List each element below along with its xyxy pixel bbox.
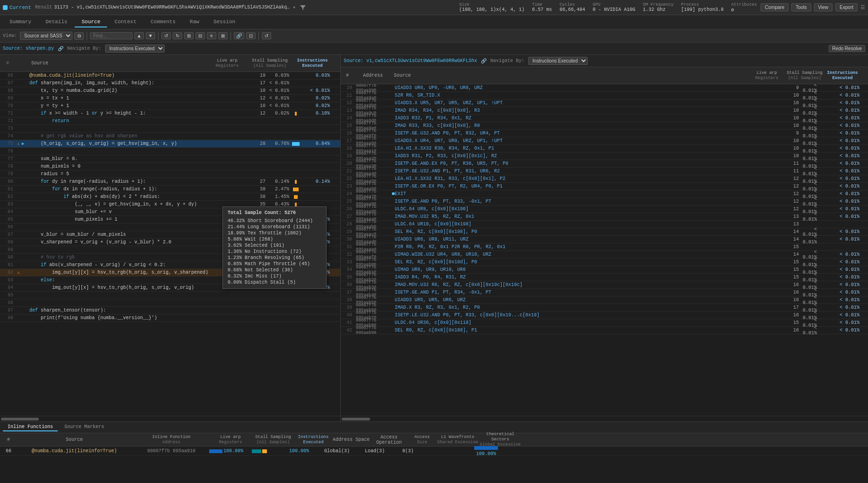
asm-line[interactable]: 1400007f7b 095aa9d0IADD3 R32, P1, R34, 0…	[341, 115, 868, 122]
right-nav-dropdown[interactable]: Instructions Executed	[528, 57, 588, 65]
asm-line[interactable]: 2700007f7b 095aaaa0IMAD.MOV.U32 R5, RZ, …	[341, 213, 868, 221]
code-line[interactable]: 72 return	[0, 117, 340, 125]
asm-line[interactable]: 1700007f7b 095aaa00UIADD3.X UR4, UR7, UR…	[341, 137, 868, 145]
asm-line[interactable]: 3700007f7b 095aab40ISETP.GE.AND P1, PT, …	[341, 289, 868, 296]
asm-line[interactable]: 1100007f7b 095aa9a0S2R R0, SR_TID.X10< 0…	[341, 92, 868, 99]
bottom-tab-inline[interactable]: Inline Functions	[3, 423, 58, 431]
code-text: v_blur = sum_blur / num_pixels	[27, 232, 244, 237]
asm-line[interactable]: 2000007f7b 095aaa30ISETP.GE.AND.EX P0, P…	[341, 160, 868, 168]
asm-line[interactable]: 2900007f7b 095aaac0SEL R4, RZ, c[0x0][0x…	[341, 228, 868, 236]
link-icon[interactable]: 🔗	[58, 46, 63, 52]
asm-line[interactable]: 1500007f7b 095aa9e0IMAD R33, R33, c[0x0]…	[341, 122, 868, 130]
toolbar-btn5[interactable]: ≡	[207, 32, 216, 39]
code-line[interactable]: 73	[0, 125, 340, 133]
code-line[interactable]: 67def sharpen(img_in, img_out, width, he…	[0, 80, 340, 87]
asm-line[interactable]: 3600007f7b 095aab30IMAD.MOV.U32 R6, RZ, …	[341, 281, 868, 289]
left-h-scroll[interactable]	[0, 416, 340, 421]
asm-line[interactable]: 2400007f7b 095aaa70EXIT12< 0.01%< 0.01%	[341, 190, 868, 198]
code-line[interactable]: 66@numba.cuda.jit(lineinfo=True)190.03%0…	[0, 72, 340, 80]
asm-line[interactable]: 2500007f7b 095aaa80ISETP.GE.AND P0, PT, …	[341, 198, 868, 206]
tools-button[interactable]: Tools	[791, 3, 811, 11]
compare-button[interactable]: Compare	[761, 3, 788, 11]
asm-line[interactable]: 2600007f7b 095aaa90ULDC.64 UR8, c[0x0][0…	[341, 206, 868, 213]
asm-line[interactable]: 3200007f7b 095aaaf0UIMAD.WIDE.U32 UR4, U…	[341, 251, 868, 259]
toolbar-refresh[interactable]: ↺	[262, 32, 271, 39]
bottom-tab-markers[interactable]: Source Markers	[60, 423, 109, 431]
asm-line[interactable]: 1900007f7b 095aaa20IADD3 R31, P2, R33, c…	[341, 152, 868, 160]
find-input[interactable]	[90, 32, 133, 39]
asm-instruction: UIADD3.X UR5, UR7, UR5, URZ, UP1, !UPT	[395, 100, 776, 106]
code-line[interactable]: 69 x = tx + 112< 0.01%0.02%	[0, 95, 340, 102]
find-next-button[interactable]: ▼	[146, 32, 155, 39]
toolbar-btn1[interactable]: ↺	[161, 32, 171, 39]
toolbar-btn2[interactable]: ↻	[173, 32, 182, 39]
code-line[interactable]: 96	[0, 299, 340, 307]
asm-line[interactable]: 1800007f7b 095aaa10LEA.HI.X.SX32 R30, R3…	[341, 145, 868, 152]
code-line[interactable]: 79 radius = 5	[0, 170, 340, 178]
toolbar-snap[interactable]: ⊡	[246, 32, 256, 39]
nav-dropdown[interactable]: Instructions Executed	[105, 45, 165, 53]
view-dropdown[interactable]: Source and SASS	[20, 32, 72, 40]
asm-line[interactable]: 3900007f7b 095aab60IMAD.X R3, RZ, R3, 0x…	[341, 304, 868, 312]
asm-line[interactable]: 3400007f7b 095aab10UIMAD UR6, UR9, UR10,…	[341, 266, 868, 274]
toolbar-link[interactable]: 🔗	[234, 32, 244, 39]
find-prev-button[interactable]: ▲	[134, 32, 144, 39]
code-line[interactable]: 74 # get rgb value as hsv and sharpen	[0, 133, 340, 140]
code-line[interactable]: 97def sharpen_tensor(tensor):	[0, 307, 340, 314]
code-line[interactable]: 81 for dx in range(-radius, radius + 1):…	[0, 186, 340, 193]
asm-inst-header: Instructions Executed	[824, 71, 861, 81]
asm-line[interactable]: 4200007f7b 095aab90SEL R9, RZ, c[0x0][0x…	[341, 327, 868, 334]
line-number: 76	[0, 149, 15, 154]
toolbar-btn4[interactable]: ⊟	[195, 32, 205, 39]
asm-line[interactable]: 2100007f7b 095aaa40ISETP.GE.U32.AND P1, …	[341, 168, 868, 175]
left-h-scroll-thumb[interactable]	[1, 418, 39, 420]
tab-context[interactable]: Context	[108, 17, 143, 27]
asm-line[interactable]: 1200007f7b 095aa9b0UIADD3.X UR5, UR7, UR…	[341, 99, 868, 107]
asm-line[interactable]: 3800007f7b 095aab50UIADD3 UR5, UR5, UR6,…	[341, 296, 868, 304]
code-line[interactable]: 78 num_pixels = 0	[0, 163, 340, 170]
asm-line[interactable]: 1000007f7b 095aa990UIADD3 UR6, UP0, -UR6…	[341, 84, 868, 92]
asm-line[interactable]: 2200007f7b 095aaa50LEA.HI.X.SX32 R31, R3…	[341, 175, 868, 183]
result-dropdown[interactable]: ▾	[292, 4, 296, 10]
code-line[interactable]: 70 y = ty + 110< 0.01%0.02%	[0, 102, 340, 110]
asm-line[interactable]: 4100007f7b 095aab80ULDC.64 UR36, c[0x0][…	[341, 319, 868, 327]
toolbar-btn3[interactable]: ⊞	[184, 32, 194, 39]
code-line[interactable]: 95	[0, 292, 340, 299]
export-button[interactable]: Export	[835, 3, 858, 11]
right-h-scroll-thumb[interactable]	[342, 418, 370, 420]
tab-source[interactable]: Source	[75, 17, 107, 27]
code-line[interactable]: 80 for dy in range(-radius, radius + 1):…	[0, 178, 340, 186]
code-line[interactable]: 76	[0, 148, 340, 155]
asm-area[interactable]: 1000007f7b 095aa990UIADD3 UR6, UP0, -UR6…	[341, 84, 868, 416]
tooltip-row: 46.32% Short Scoreboard (2444)	[228, 218, 321, 224]
code-line[interactable]: 71 if x >= width - 1 or y >= height - 1:…	[0, 110, 340, 117]
tab-comments[interactable]: Comments	[144, 17, 182, 27]
view-button[interactable]: View	[814, 3, 833, 11]
toolbar-btn6[interactable]: ⊠	[218, 32, 228, 39]
asm-line[interactable]: 1600007f7b 095aa9f0ISETP.GE.U32.AND P0, …	[341, 130, 868, 137]
tab-details[interactable]: Details	[39, 17, 74, 27]
tab-raw[interactable]: Raw	[183, 17, 206, 27]
code-line[interactable]: 77 sum_blur = 0.	[0, 155, 340, 163]
asm-line[interactable]: 1300007f7b 095aa9c0IMAD R34, R34, c[0x0]…	[341, 107, 868, 115]
redo-resolve-button[interactable]: Redo Resolve	[829, 45, 865, 52]
asm-line[interactable]: 2800007f7b 095aaab0ULDC.64 UR10, c[0x0][…	[341, 221, 868, 228]
asm-line[interactable]: 3500007f7b 095aab20IADD3 R4, P0, R4, R31…	[341, 274, 868, 281]
asm-line[interactable]: 2300007f7b 095aaa60ISETP.GE.OR.EX P0, PT…	[341, 183, 868, 190]
right-link-icon[interactable]: 🔗	[481, 58, 487, 64]
code-line[interactable]: 82 if abs(dx) + abs(dy) < 2 * radius:381…	[0, 193, 340, 201]
right-h-scroll[interactable]	[341, 416, 868, 421]
asm-line[interactable]: 3300007f7b 095aab00SEL R3, RZ, c[0x0][0x…	[341, 259, 868, 266]
tab-summary[interactable]: Summary	[3, 17, 38, 27]
menu-icon[interactable]: ☰	[860, 4, 865, 10]
code-line[interactable]: 75⚠▶ (h_orig, s_orig, v_orig) = get_hsv(…	[0, 140, 340, 148]
code-line[interactable]: 98 print(f'Using numba {numba.__version_…	[0, 314, 340, 322]
right-nav-label: Navigate By:	[490, 58, 524, 63]
filter-icon[interactable]	[300, 4, 307, 11]
asm-line[interactable]: 3000007f7b 095aaad0UIADD3 UR6, UR8, UR11…	[341, 236, 868, 243]
asm-line[interactable]: 3100007f7b 095aaae0P2R R0, PR, RZ, 0x1 P…	[341, 243, 868, 251]
copy-button[interactable]: ⧉	[74, 32, 84, 40]
asm-line[interactable]: 4000007f7b 095aab70ISETP.LE.U32.AND P0, …	[341, 312, 868, 319]
tab-session[interactable]: Session	[207, 17, 242, 27]
code-line[interactable]: 68 tx, ty = numba.cuda.grid(2)10< 0.01%<…	[0, 87, 340, 95]
